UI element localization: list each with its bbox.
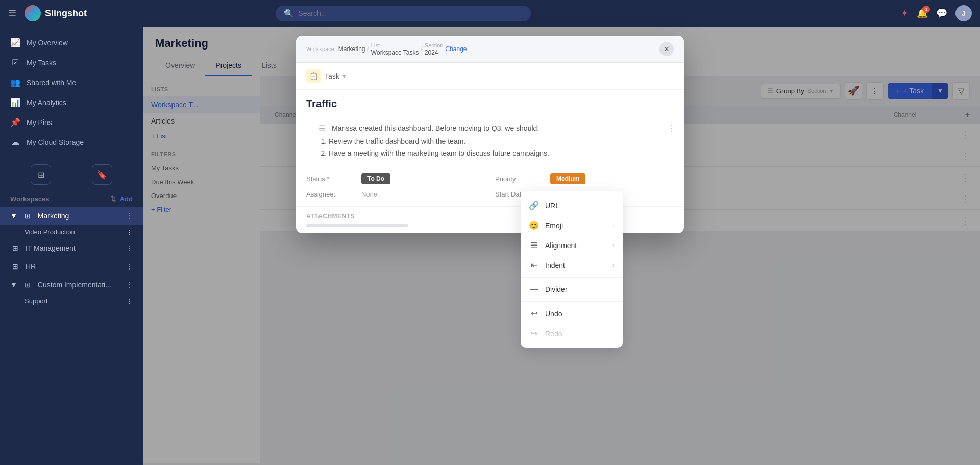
- url-icon: 🔗: [529, 201, 539, 210]
- workspace-arrow-icon: ▼: [10, 212, 17, 220]
- modal-description-content: Marissa created this dashboard. Before m…: [318, 123, 674, 159]
- sidebar-workspace-marketing[interactable]: ▼ ⊞ Marketing ⋮: [0, 207, 143, 225]
- topnav: ☰ Slingshot 🔍 ✦ 🔔 1 💬 J: [0, 0, 980, 27]
- status-field: Status:* To Do: [306, 173, 485, 184]
- workspace-stack-icon: ⊞: [22, 211, 33, 221]
- sparkle-icon[interactable]: ✦: [901, 8, 909, 19]
- breadcrumb-sep-2: /: [421, 45, 422, 53]
- attachments-bar: [306, 224, 408, 227]
- bell-icon[interactable]: 🔔 1: [917, 8, 928, 19]
- tasks-icon: ☑: [10, 58, 20, 67]
- status-badge[interactable]: To Do: [361, 173, 390, 184]
- modal-type-bar: 📋 Task ▼: [296, 63, 684, 90]
- search-icon: 🔍: [284, 9, 294, 18]
- divider-icon: —: [529, 285, 539, 294]
- app-name: Slingshot: [45, 8, 87, 19]
- custom-more-icon[interactable]: ⋮: [126, 281, 133, 289]
- desc-list: Review the traffic dashboard with the te…: [329, 136, 674, 159]
- breadcrumb-sep-1: /: [368, 45, 369, 53]
- sidebar-item-analytics[interactable]: 📊 My Analytics: [0, 92, 143, 112]
- shared-icon: 👥: [10, 78, 20, 87]
- sidebar-item-cloud[interactable]: ☁ My Cloud Storage: [0, 132, 143, 152]
- chat-icon[interactable]: 💬: [936, 8, 947, 19]
- modal-close-button[interactable]: ✕: [659, 42, 674, 56]
- indent-icon: ⇤: [529, 260, 539, 270]
- context-divider-left: — Divider: [529, 285, 568, 294]
- context-item-alignment[interactable]: ☰ Alignment ›: [521, 235, 623, 255]
- workspace-label-marketing: Marketing: [38, 212, 69, 220]
- type-chevron-icon: ▼: [341, 73, 347, 79]
- breadcrumb-section-label: Section: [425, 42, 444, 48]
- it-stack-icon: ⊞: [10, 243, 20, 253]
- sidebar-workspace-hr[interactable]: ⊞ HR ⋮: [0, 257, 143, 276]
- avatar[interactable]: J: [955, 5, 972, 21]
- hr-more-icon[interactable]: ⋮: [126, 262, 133, 271]
- task-title-input[interactable]: [296, 90, 684, 116]
- sidebar-item-shared[interactable]: 👥 Shared with Me: [0, 72, 143, 92]
- add-workspace-button[interactable]: Add: [120, 195, 133, 203]
- notification-badge: 1: [923, 6, 930, 13]
- modal-attachments-section: ATTACHMENTS: [296, 206, 684, 233]
- context-divider-label: Divider: [545, 285, 568, 293]
- desc-more-button[interactable]: ⋮: [667, 123, 676, 134]
- sidebar-workspace-video[interactable]: Video Production ⋮: [0, 225, 143, 239]
- workspace-sub-more-support[interactable]: ⋮: [126, 297, 133, 305]
- alignment-arrow-icon: ›: [612, 242, 615, 249]
- workspaces-header: Workspaces ⇅ Add: [0, 191, 143, 207]
- breadcrumb-change-link[interactable]: Change: [446, 45, 467, 53]
- context-undo-left: ↩ Undo: [529, 309, 562, 319]
- context-url-label: URL: [545, 202, 559, 210]
- context-url-left: 🔗 URL: [529, 201, 559, 210]
- context-item-url[interactable]: 🔗 URL: [521, 195, 623, 215]
- stack-icon-btn[interactable]: ⊞: [31, 164, 51, 185]
- sidebar-item-tasks[interactable]: ☑ My Tasks: [0, 53, 143, 72]
- breadcrumb-list-label: List: [371, 42, 380, 48]
- description-icon: ☰: [318, 124, 326, 133]
- context-item-redo[interactable]: ↪ Redo: [521, 324, 623, 344]
- sidebar-item-overview[interactable]: 📈 My Overview: [0, 33, 143, 53]
- topnav-right: ✦ 🔔 1 💬 J: [901, 5, 972, 21]
- context-redo-label: Redo: [545, 330, 562, 338]
- sidebar-workspace-it[interactable]: ⊞ IT Management ⋮: [0, 239, 143, 257]
- modal-header: Workspace Marketing / List Workspace Tas…: [296, 36, 684, 63]
- desc-intro: Marissa created this dashboard. Before m…: [332, 124, 539, 132]
- custom-arrow-icon: ▼: [10, 281, 17, 289]
- priority-label: Priority:: [495, 175, 546, 183]
- task-type-icon: 📋: [306, 69, 321, 83]
- sidebar-item-label-overview: My Overview: [27, 39, 68, 47]
- alignment-icon: ☰: [529, 240, 539, 250]
- bookmark-icon-btn[interactable]: 🔖: [92, 164, 112, 185]
- context-item-undo[interactable]: ↩ Undo: [521, 304, 623, 324]
- context-emoji-label: Emoji: [545, 222, 563, 230]
- modal-type-dropdown[interactable]: Task ▼: [325, 72, 347, 80]
- task-modal: Workspace Marketing / List Workspace Tas…: [296, 36, 684, 233]
- context-indent-left: ⇤ Indent: [529, 260, 565, 270]
- hamburger-menu[interactable]: ☰: [8, 8, 16, 19]
- pins-icon: 📌: [10, 117, 20, 127]
- sidebar-bookmark-section: ⊞ 🔖: [0, 158, 143, 191]
- sort-icon[interactable]: ⇅: [110, 195, 116, 203]
- context-item-emoji[interactable]: 😊 Emoji ›: [521, 215, 623, 235]
- modal-breadcrumb: Workspace Marketing / List Workspace Tas…: [306, 42, 467, 56]
- search-bar[interactable]: 🔍: [276, 6, 531, 21]
- analytics-icon: 📊: [10, 97, 20, 107]
- search-input[interactable]: [298, 9, 523, 17]
- breadcrumb-workspace-label: Workspace: [306, 46, 334, 52]
- priority-badge[interactable]: Medium: [550, 173, 585, 184]
- sidebar-item-pins[interactable]: 📌 My Pins: [0, 112, 143, 132]
- context-separator-1: [521, 277, 623, 278]
- workspace-sub-label-support: Support: [24, 297, 48, 305]
- workspace-sub-more-video[interactable]: ⋮: [126, 228, 133, 236]
- it-more-icon[interactable]: ⋮: [126, 244, 133, 252]
- workspace-label-hr: HR: [26, 262, 36, 271]
- sidebar-workspace-support[interactable]: Support ⋮: [0, 294, 143, 308]
- context-item-divider[interactable]: — Divider: [521, 280, 623, 299]
- modal-title-section: [296, 90, 684, 116]
- sidebar-workspace-custom[interactable]: ▼ ⊞ Custom Implementati... ⋮: [0, 276, 143, 294]
- context-item-indent[interactable]: ⇤ Indent ›: [521, 255, 623, 275]
- context-alignment-label: Alignment: [545, 241, 577, 250]
- assignee-value[interactable]: None: [361, 190, 377, 198]
- workspace-more-icon[interactable]: ⋮: [126, 212, 133, 220]
- emoji-icon: 😊: [529, 221, 539, 230]
- breadcrumb-list-value: Workspace Tasks: [371, 49, 419, 56]
